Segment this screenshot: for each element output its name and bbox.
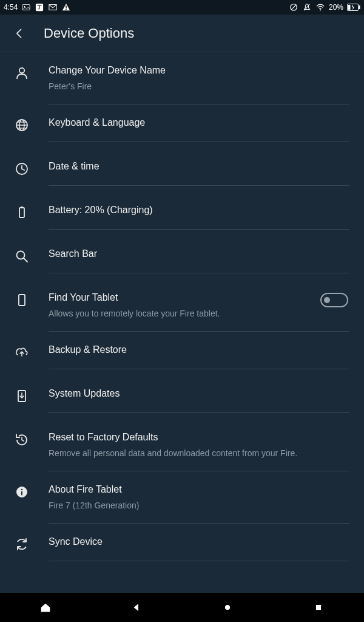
svg-rect-11 (359, 5, 360, 9)
clock-icon (15, 162, 29, 176)
mute-icon (302, 2, 312, 12)
row-battery[interactable]: Battery: 20% (Charging) (0, 192, 364, 236)
svg-rect-4 (66, 5, 67, 8)
row-title: Find Your Tablet (49, 292, 311, 304)
row-title: Keyboard & Language (49, 117, 349, 129)
svg-rect-12 (348, 5, 351, 10)
mail-icon (48, 2, 58, 12)
row-title: Sync Device (49, 536, 349, 549)
svg-rect-28 (21, 491, 22, 495)
battery-icon (15, 205, 29, 220)
svg-line-7 (291, 5, 297, 10)
row-keyboard-language[interactable]: Keyboard & Language (0, 104, 364, 148)
row-system-updates[interactable]: System Updates (0, 375, 364, 419)
svg-point-9 (320, 9, 321, 10)
battery-charging-icon (347, 2, 360, 12)
tablet-icon (15, 293, 29, 307)
nav-home-button[interactable] (37, 599, 54, 616)
row-title: Backup & Restore (49, 344, 349, 357)
svg-point-29 (225, 605, 230, 610)
row-title: System Updates (49, 388, 349, 400)
row-sub: Allows you to remotely locate your Fire … (49, 308, 311, 319)
svg-line-23 (24, 258, 27, 262)
find-tablet-switch[interactable] (320, 293, 348, 307)
photos-app-icon (21, 2, 31, 12)
row-search-bar[interactable]: Search Bar (0, 236, 364, 279)
status-battery-pct: 20% (329, 3, 343, 12)
back-icon[interactable] (13, 27, 25, 39)
svg-rect-5 (66, 9, 67, 10)
header: Device Options (0, 15, 364, 52)
status-time: 4:54 (4, 3, 18, 12)
settings-list: Change Your Device Name Peter's Fire Key… (0, 52, 364, 593)
globe-icon (15, 118, 29, 132)
row-change-device-name[interactable]: Change Your Device Name Peter's Fire (0, 52, 364, 104)
row-date-time[interactable]: Date & time (0, 148, 364, 192)
row-title: About Fire Tablet (49, 484, 349, 496)
nav-overview-button[interactable] (219, 599, 236, 616)
cloud-upload-icon (15, 345, 29, 360)
svg-rect-20 (19, 208, 24, 217)
row-backup-restore[interactable]: Backup & Restore (0, 332, 364, 375)
warning-icon (61, 2, 71, 12)
row-sub: Peter's Fire (49, 81, 349, 92)
row-find-your-tablet[interactable]: Find Your Tablet Allows you to remotely … (0, 279, 364, 332)
nav-back-button[interactable] (128, 599, 145, 616)
info-icon (15, 485, 29, 499)
nav-recent-button[interactable] (310, 599, 327, 616)
row-sub: Remove all personal data and downloaded … (49, 448, 349, 459)
row-title: Date & time (49, 160, 349, 173)
row-title: Reset to Factory Defaults (49, 431, 349, 444)
restore-icon (15, 432, 29, 447)
search-icon (15, 249, 29, 264)
svg-rect-24 (19, 295, 25, 306)
row-title: Search Bar (49, 248, 349, 261)
svg-point-13 (19, 68, 24, 73)
system-nav-bar (0, 593, 364, 622)
svg-rect-21 (21, 207, 23, 208)
row-about-tablet[interactable]: About Fire Tablet Fire 7 (12th Generatio… (0, 471, 364, 524)
page-title: Device Options (44, 26, 134, 41)
row-title: Change Your Device Name (49, 64, 349, 77)
person-icon (15, 66, 29, 80)
row-sync-device[interactable]: Sync Device (0, 524, 364, 567)
switch-knob (324, 297, 330, 303)
row-title: Battery: 20% (Charging) (49, 204, 349, 217)
wifi-icon (315, 2, 325, 12)
sync-icon (15, 537, 29, 552)
status-bar: 4:54 20% (0, 0, 364, 15)
svg-point-27 (21, 489, 23, 491)
row-sub: Fire 7 (12th Generation) (49, 500, 349, 511)
svg-rect-30 (316, 605, 321, 610)
download-icon (15, 389, 29, 403)
amazon-app-icon (35, 2, 44, 12)
row-reset-factory[interactable]: Reset to Factory Defaults Remove all per… (0, 419, 364, 471)
dnd-off-icon (289, 2, 298, 12)
